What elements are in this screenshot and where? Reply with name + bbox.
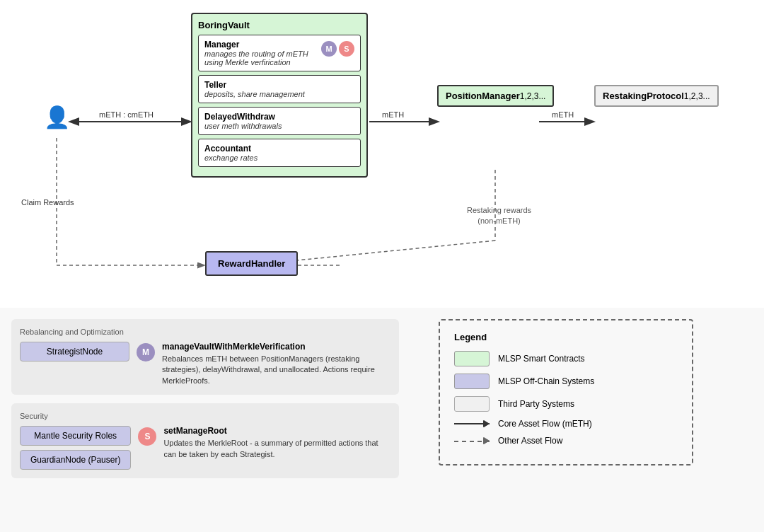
rebalancing-action: manageVaultWithMerkleVerification Rebala… [162, 342, 390, 386]
rebalancing-badge: M [137, 343, 155, 362]
swatch-blue [454, 374, 490, 389]
security-panel: Security Mantle Security Roles GuardianN… [11, 403, 399, 478]
legend-item-core-flow: Core Asset Flow (mETH) [454, 419, 678, 429]
rebalancing-label: Rebalancing and Optimization [20, 328, 390, 336]
swatch-green [454, 351, 490, 366]
strategist-node-box: StrategistNode [20, 342, 129, 362]
legend-label-offchain: MLSP Off-Chain Systems [498, 376, 594, 386]
restaking-protocol-group: RestakingProtocol1,2,3... [594, 85, 719, 107]
reward-handler-box: RewardHandler [205, 251, 298, 276]
rebalancing-action-title: manageVaultWithMerkleVerification [162, 342, 390, 352]
swatch-gray [454, 396, 490, 412]
position-manager-title: PositionManager [446, 91, 520, 101]
restaking-rewards-label: Restaking rewards(non-mETH) [467, 205, 531, 227]
security-action-desc: Updates the MerkleRoot - a summary of pe… [163, 438, 390, 460]
badge-m: M [321, 41, 337, 57]
left-panel: Rebalancing and Optimization StrategistN… [0, 308, 410, 532]
position-manager-card: PositionManager1,2,3... [437, 85, 554, 107]
delayed-withdraw-box: DelayedWithdraw user meth withdrawals [198, 107, 361, 135]
security-nodes: Mantle Security Roles GuardianNode (Paus… [20, 426, 131, 470]
legend-item-offchain: MLSP Off-Chain Systems [454, 374, 678, 389]
delayed-withdraw-title: DelayedWithdraw [204, 112, 354, 122]
arrows-svg [0, 0, 764, 304]
teller-title: Teller [204, 80, 354, 90]
accountant-box: Accountant exchange rates [198, 139, 361, 167]
boring-vault-box: BoringVault Manager manages the routing … [191, 13, 368, 178]
security-action-title: setManageRoot [163, 426, 390, 436]
restaking-protocol-title: RestakingProtocol [603, 91, 684, 101]
position-manager-suffix: 1,2,3... [520, 91, 546, 101]
legend-label-third-party: Third Party Systems [498, 399, 574, 409]
restaking-protocol-suffix: 1,2,3... [684, 91, 710, 101]
label-meth-to-rp: mETH [552, 110, 574, 119]
manager-desc: manages the routing of mETH using Merkle… [204, 50, 321, 66]
legend-item-smart-contracts: MLSP Smart Contracts [454, 351, 678, 366]
arrow-solid-line [454, 423, 490, 424]
teller-desc: deposits, share management [204, 90, 354, 98]
label-meth-cmeth: mETH : cmETH [99, 110, 154, 119]
user-icon: 👤 [44, 105, 70, 129]
security-action: setManageRoot Updates the MerkleRoot - a… [163, 426, 390, 460]
manager-title: Manager [204, 40, 321, 50]
delayed-withdraw-desc: user meth withdrawals [204, 122, 354, 130]
legend-title: Legend [454, 332, 678, 342]
legend-label-other-flow: Other Asset Flow [498, 436, 562, 446]
boring-vault-title: BoringVault [198, 20, 361, 30]
arrow-dashed-line [454, 440, 490, 441]
teller-box: Teller deposits, share management [198, 75, 361, 103]
legend-item-other-flow: Other Asset Flow [454, 436, 678, 446]
svg-line-4 [283, 241, 495, 262]
legend-item-third-party: Third Party Systems [454, 396, 678, 412]
rebalancing-panel: Rebalancing and Optimization StrategistN… [11, 319, 399, 395]
legend-label-core-flow: Core Asset Flow (mETH) [498, 419, 592, 429]
legend-label-smart-contracts: MLSP Smart Contracts [498, 354, 584, 364]
accountant-title: Accountant [204, 144, 354, 154]
right-panel: Legend MLSP Smart Contracts MLSP Off-Cha… [410, 308, 722, 532]
security-badge: S [138, 427, 156, 446]
restaking-protocol-card: RestakingProtocol1,2,3... [594, 85, 719, 107]
guardian-node-box: GuardianNode (Pauser) [20, 450, 131, 470]
badge-s: S [339, 41, 354, 57]
bottom-section: Rebalancing and Optimization StrategistN… [0, 308, 764, 532]
accountant-desc: exchange rates [204, 154, 354, 162]
diagram-area: mETH : cmETH mETH mETH Claim Rewards Res… [0, 0, 764, 304]
legend-box: Legend MLSP Smart Contracts MLSP Off-Cha… [439, 319, 693, 466]
manager-box: Manager manages the routing of mETH usin… [198, 35, 361, 71]
mantle-security-roles-box: Mantle Security Roles [20, 426, 131, 446]
position-manager-group: PositionManager1,2,3... [437, 85, 554, 107]
security-label: Security [20, 412, 390, 420]
label-meth-to-pm: mETH [382, 110, 404, 119]
claim-rewards-label: Claim Rewards [21, 198, 74, 207]
rebalancing-action-desc: Rebalances mETH between PositionManagers… [162, 354, 390, 386]
